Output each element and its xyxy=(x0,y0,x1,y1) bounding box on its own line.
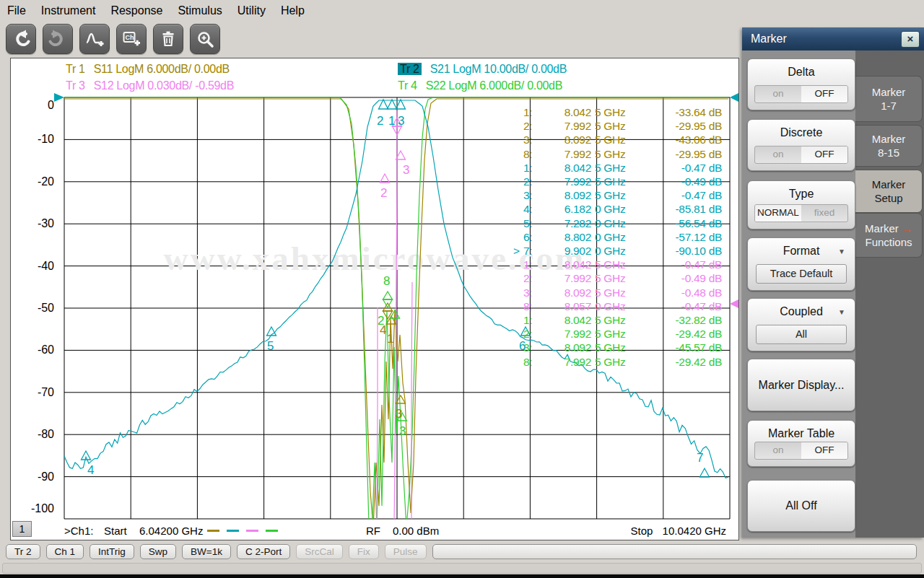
toggle-off[interactable]: OFF xyxy=(801,86,847,102)
discrete-button[interactable]: DiscreteonOFF xyxy=(747,119,855,171)
marker-table-button[interactable]: Marker TableonOFF xyxy=(747,420,855,467)
marker-display-button[interactable]: Marker Display... xyxy=(747,359,855,411)
delta-toggle[interactable]: onOFF xyxy=(754,85,848,103)
marker-table-row: 1:8.0425 GHz-0.47 dB xyxy=(523,258,725,271)
delta-button[interactable]: DeltaonOFF xyxy=(747,58,855,110)
menu-item-stimulus[interactable]: Stimulus xyxy=(178,4,222,17)
marker-frequency-unit: 0 GHz xyxy=(591,244,648,258)
marker-frequency-unit: 5 GHz xyxy=(591,188,648,202)
rf-value: 0.00 dBm xyxy=(393,525,439,537)
marker-frequency-unit: 0 GHz xyxy=(591,202,648,216)
toggle-on[interactable]: on xyxy=(755,86,801,102)
marker-table-row: 1:8.0425 GHz-33.64 dB xyxy=(523,105,725,119)
trace-label-tr-4[interactable]: Tr 4S22 LogM 6.000dB/ 0.00dB xyxy=(398,79,562,92)
marker-frequency: 8.092 xyxy=(539,341,591,354)
y-axis-label: -60 xyxy=(22,343,54,356)
tab-line: Marker xyxy=(872,85,906,99)
button-label: Discrete xyxy=(748,126,855,139)
marker-frequency: 8.802 xyxy=(539,230,591,244)
menu-item-utility[interactable]: Utility xyxy=(237,4,266,17)
toggle-off[interactable]: OFF xyxy=(801,146,847,163)
marker-frequency: 8.057 xyxy=(539,299,591,313)
marker-number: 1: xyxy=(523,313,539,327)
new-channel-button[interactable]: Ch xyxy=(116,24,147,54)
coupled-button[interactable]: Coupled▼All xyxy=(747,298,855,351)
tab-marker-setup[interactable]: MarkerSetup xyxy=(855,170,923,213)
marker-frequency: 7.992 xyxy=(539,119,591,133)
marker-table-toggle[interactable]: onOFF xyxy=(754,442,848,460)
marker-frequency: 9.902 xyxy=(539,244,591,258)
channel-1-badge[interactable]: 1 xyxy=(12,521,32,537)
tab-marker-1-7[interactable]: Marker1-7 xyxy=(855,76,923,122)
trace-settings: S12 LogM 0.030dB/ -0.59dB xyxy=(94,79,234,92)
status-inttrig-button[interactable]: IntTrig xyxy=(90,544,134,559)
stop-value: 10.0420 GHz xyxy=(663,525,726,537)
status-c-2-port-button[interactable]: C 2-Port xyxy=(237,544,290,559)
toggle-off[interactable]: OFF xyxy=(801,442,847,459)
marker-panel: Marker × Marker1-7Marker8-15MarkerSetupM… xyxy=(742,27,924,538)
zoom-button[interactable] xyxy=(190,24,220,54)
new-trace-button[interactable] xyxy=(79,24,110,54)
toggle-fixed[interactable]: fixed xyxy=(801,205,847,222)
type-toggle[interactable]: NORMALfixed xyxy=(754,204,848,222)
marker-frequency: 8.042 xyxy=(539,258,591,271)
tab-marker-8-15[interactable]: Marker8-15 xyxy=(855,125,923,167)
chevron-down-icon: ▼ xyxy=(838,248,845,255)
legend-dash-tr-1 xyxy=(207,530,219,532)
marker-number: 8: xyxy=(523,299,539,313)
delete-button[interactable] xyxy=(153,24,183,54)
button-label: Delta xyxy=(748,66,855,79)
panel-tab-column: Marker1-7Marker8-15MarkerSetupMarker →Fu… xyxy=(855,51,924,538)
trace-label-tr-1[interactable]: Tr 1S11 LogM 6.000dB/ 0.00dB xyxy=(66,63,230,76)
trace-label-tr-2[interactable]: Tr 2S21 LogM 10.00dB/ 0.00dB xyxy=(398,63,567,76)
stop-label: Stop xyxy=(631,525,653,537)
status-swp-button[interactable]: Swp xyxy=(140,544,176,559)
trace-settings: S21 LogM 10.00dB/ 0.00dB xyxy=(430,63,567,75)
marker-value: -0.47 dB xyxy=(648,299,722,313)
discrete-toggle[interactable]: onOFF xyxy=(754,146,848,164)
delete-icon xyxy=(159,30,178,48)
menu-item-response[interactable]: Response xyxy=(110,4,162,17)
marker-value: -0.48 dB xyxy=(648,286,722,299)
menu-item-instrument[interactable]: Instrument xyxy=(41,4,96,17)
format-button[interactable]: Format▼Trace Default xyxy=(747,237,855,291)
trace-settings: S22 LogM 6.000dB/ 0.00dB xyxy=(426,79,562,92)
tab-marker-functions[interactable]: Marker →Functions xyxy=(855,213,923,258)
menu-item-help[interactable]: Help xyxy=(281,4,305,17)
marker-frequency: 8.042 xyxy=(539,161,591,175)
y-axis-label: -80 xyxy=(22,428,54,441)
toggle-on[interactable]: on xyxy=(755,442,801,459)
undo-button[interactable] xyxy=(6,24,36,54)
trace-default-option[interactable]: Trace Default xyxy=(756,264,847,284)
marker-value: -90.10 dB xyxy=(648,244,722,258)
marker-number: 1: xyxy=(523,161,539,175)
marker-table-row: 3:8.0925 GHz-45.57 dB xyxy=(523,341,725,354)
close-icon[interactable]: × xyxy=(901,31,920,48)
undo-icon xyxy=(12,30,30,48)
button-label: All Off xyxy=(748,499,855,512)
tab-line: 1-7 xyxy=(881,99,897,113)
status-ch-1-button[interactable]: Ch 1 xyxy=(46,544,84,559)
y-axis-label: -50 xyxy=(22,302,54,315)
svg-text:3: 3 xyxy=(398,114,404,128)
marker-number: 3: xyxy=(523,286,539,299)
svg-text:1: 1 xyxy=(387,332,393,346)
marker-table-row: 1:8.0425 GHz-0.47 dB xyxy=(523,161,725,175)
status-tr-2-button[interactable]: Tr 2 xyxy=(6,544,40,559)
y-axis-label: -20 xyxy=(22,175,54,188)
trace-label-tr-3[interactable]: Tr 3S12 LogM 0.030dB/ -0.59dB xyxy=(66,79,234,92)
channel-label: >Ch1: xyxy=(64,525,93,537)
toggle-on[interactable]: on xyxy=(755,146,801,163)
type-button[interactable]: TypeNORMALfixed xyxy=(747,180,855,229)
marker-frequency: 8.042 xyxy=(539,105,591,119)
all-off-button[interactable]: All Off xyxy=(747,480,855,532)
marker-frequency-unit: 0 GHz xyxy=(591,230,648,244)
toggle-normal[interactable]: NORMAL xyxy=(755,205,801,222)
menu-item-file[interactable]: File xyxy=(7,4,26,17)
status-bw-1k-button[interactable]: BW=1k xyxy=(182,544,231,559)
marker-table-row: 4:6.1820 GHz-85.81 dB xyxy=(523,202,725,216)
legend-dash-tr-3 xyxy=(246,530,258,532)
all-option[interactable]: All xyxy=(756,325,847,344)
redo-button xyxy=(43,24,73,54)
marker-table-row: 2:7.9925 GHz-29.42 dB xyxy=(523,327,725,341)
